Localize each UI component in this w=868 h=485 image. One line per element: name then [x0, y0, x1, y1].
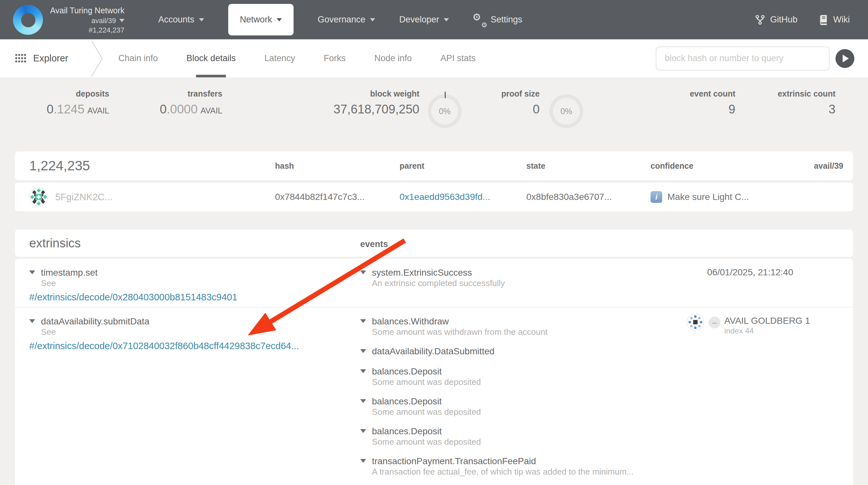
ring-percent: 0% — [560, 107, 572, 116]
event-desc: Some amount was withdrawn from the accou… — [372, 327, 548, 337]
value-int: 9 — [728, 102, 735, 116]
caret-down-icon — [444, 18, 449, 22]
wiki-link[interactable]: Wiki — [819, 14, 850, 25]
github-fork-icon — [755, 14, 765, 25]
block-parent-link[interactable]: 0x1eaedd9563d39fd... — [400, 192, 526, 202]
expand-caret-icon[interactable] — [360, 319, 366, 323]
chain-selector[interactable]: avail/39 — [91, 16, 125, 25]
play-icon — [843, 55, 849, 62]
menu-label: Accounts — [158, 14, 194, 25]
tab-latency[interactable]: Latency — [264, 39, 295, 78]
link-label: Wiki — [833, 14, 850, 25]
expand-caret-icon[interactable] — [360, 349, 366, 353]
extrinsic-method: dataAvailability.submitData — [41, 316, 150, 327]
link-label: GitHub — [770, 14, 798, 25]
top-navbar: Avail Turing Network avail/39 #1,224,237… — [0, 0, 868, 39]
network-name: Avail Turing Network — [50, 5, 125, 16]
stat-value: 0.0000AVAIL — [130, 102, 222, 116]
brand[interactable]: Avail Turing Network avail/39 #1,224,237 — [13, 5, 125, 35]
menu-item-accounts[interactable]: Accounts — [158, 14, 204, 25]
value-decimals: .1245 — [54, 102, 85, 116]
stat-transfers: transfers 0.0000AVAIL — [130, 89, 222, 116]
value-int: 3 — [829, 102, 836, 116]
extrinsic-row: dataAvailability.submitData See — [29, 316, 360, 337]
event-row: balances.Withdraw Some amount was withdr… — [360, 316, 839, 337]
wiki-book-icon — [819, 14, 828, 25]
search-submit-button[interactable] — [836, 49, 854, 68]
stat-label: event count — [657, 89, 735, 98]
extrinsic-group: timestamp.set See #/extrinsics/decode/0x… — [15, 259, 853, 307]
menu-item-developer[interactable]: Developer — [399, 14, 449, 25]
block-card-header: 1,224,235 hash parent state confidence a… — [15, 151, 853, 180]
event-desc: Some amount was deposited — [372, 437, 481, 447]
info-icon: i — [651, 191, 662, 203]
col-header-hash: hash — [275, 161, 400, 171]
tab-node-info[interactable]: Node info — [374, 39, 412, 78]
account-text: AVAIL GOLDBERG 1 index 44 — [724, 313, 810, 335]
event-desc: Some amount was deposited — [372, 377, 481, 387]
menu-item-settings[interactable]: ⚙⚙ Settings — [473, 13, 522, 26]
tab-block-details[interactable]: Block details — [187, 39, 236, 78]
expand-caret-icon[interactable] — [360, 429, 366, 433]
ring-percent: 0% — [439, 107, 451, 116]
value-int: 0 — [160, 102, 167, 116]
chain-label: avail/39 — [91, 16, 116, 25]
menu-label: Settings — [491, 14, 522, 25]
extrinsic-decode-link[interactable]: #/extrinsics/decode/0x280403000b8151483c… — [29, 291, 360, 303]
extrinsics-panel: extrinsics events timestamp.set See #/ex… — [15, 230, 853, 485]
stat-value: 0 — [465, 102, 540, 116]
event-name: balances.Deposit — [372, 426, 481, 437]
event-account[interactable]: – AVAIL GOLDBERG 1 index 44 — [687, 313, 810, 335]
expand-caret-icon[interactable] — [360, 369, 366, 373]
event-row: balances.Deposit Some amount was deposit… — [360, 396, 839, 417]
stat-value: 37,618,709,250 — [292, 102, 420, 116]
menu-item-network[interactable]: Network — [228, 4, 293, 35]
tab-label: Forks — [324, 53, 346, 63]
expand-caret-icon[interactable] — [360, 399, 366, 403]
extrinsic-text: timestamp.set See — [41, 267, 97, 288]
tab-forks[interactable]: Forks — [324, 39, 346, 78]
stat-proof-size: proof size 0 — [465, 89, 540, 116]
event-row: system.ExtrinsicSuccess An extrinsic com… — [360, 267, 839, 288]
expand-caret-icon[interactable] — [360, 459, 366, 463]
event-text: balances.Withdraw Some amount was withdr… — [372, 316, 548, 337]
stat-label: deposits — [20, 89, 109, 98]
external-links: GitHub Wiki — [755, 14, 850, 25]
expand-caret-icon[interactable] — [360, 270, 366, 274]
section-explorer[interactable]: Explorer — [15, 53, 68, 64]
block-search-input[interactable] — [656, 47, 830, 70]
col-header-confidence: confidence — [651, 161, 787, 171]
value-int: 0 — [533, 102, 540, 116]
github-link[interactable]: GitHub — [755, 14, 798, 25]
event-text: balances.Deposit Some amount was deposit… — [372, 366, 481, 387]
best-block-number: #1,224,237 — [89, 25, 125, 35]
expand-caret-icon[interactable] — [29, 319, 35, 323]
extrinsic-cell: dataAvailability.submitData See #/extrin… — [29, 316, 360, 485]
extrinsic-decode-link[interactable]: #/extrinsics/decode/0x7102840032f860b48c… — [29, 340, 360, 352]
stat-block-weight: block weight 37,618,709,250 — [292, 89, 420, 116]
stat-label: extrinsic count — [757, 89, 836, 98]
event-row: dataAvailability.DataSubmitted — [360, 346, 839, 357]
section-label-text: Explorer — [33, 53, 68, 64]
event-name: transactionPayment.TransactionFeePaid — [372, 456, 633, 467]
tab-label: Chain info — [118, 53, 158, 63]
stat-extrinsic-count: extrinsic count 3 — [757, 89, 836, 116]
stat-event-count: event count 9 — [657, 89, 735, 116]
proof-size-progress-ring: 0% — [550, 94, 583, 128]
menu-label: Network — [240, 14, 272, 25]
expand-caret-icon[interactable] — [29, 270, 35, 274]
block-author-address: 5FgiZNK2C... — [55, 192, 113, 203]
explorer-grid-icon — [15, 54, 27, 63]
extrinsic-see: See — [41, 278, 97, 288]
tab-chain-info[interactable]: Chain info — [118, 39, 158, 78]
col-header-chain: avail/39 — [814, 161, 843, 171]
extrinsic-row: timestamp.set See — [29, 267, 360, 288]
col-header-parent: parent — [400, 161, 526, 171]
event-text: balances.Deposit Some amount was deposit… — [372, 396, 481, 417]
menu-item-governance[interactable]: Governance — [318, 14, 375, 25]
events-cell: balances.Withdraw Some amount was withdr… — [360, 316, 839, 485]
tab-api-stats[interactable]: API stats — [440, 39, 475, 78]
block-author-cell[interactable]: 5FgiZNK2C... — [29, 188, 275, 206]
event-name: balances.Withdraw — [372, 316, 548, 327]
event-row: balances.Deposit Some amount was deposit… — [360, 426, 839, 447]
